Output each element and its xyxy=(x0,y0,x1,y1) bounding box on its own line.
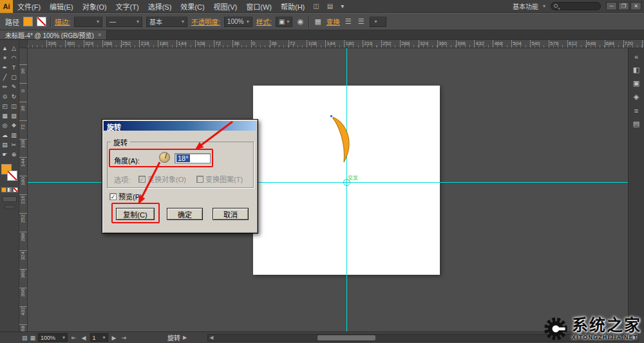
line-segment-tool[interactable]: ╱ xyxy=(1,72,10,82)
menu-item[interactable]: 视图(V) xyxy=(209,0,242,12)
screen-mode-button[interactable] xyxy=(5,205,15,209)
close-button[interactable]: ✕ xyxy=(630,2,641,10)
fill-color-swatch[interactable] xyxy=(23,17,33,26)
transform-pattern-checkbox[interactable]: 变换图案(T) xyxy=(196,174,243,184)
chevron-down-icon: ▾ xyxy=(543,3,545,9)
eyedropper-tool[interactable]: ◎ xyxy=(1,120,10,130)
stroke-swatch[interactable] xyxy=(7,171,17,181)
horizontal-ruler[interactable]: 3963603242882522161801441087236036721081… xyxy=(19,40,644,48)
align-objects-icon[interactable]: ☰ xyxy=(344,17,353,26)
align-panel-icon[interactable]: ▦ xyxy=(313,17,322,26)
menu-item[interactable]: 编辑(E) xyxy=(45,0,78,12)
lasso-tool[interactable]: ◠ xyxy=(10,53,19,62)
blob-brush-tool[interactable]: ⊙ xyxy=(1,91,10,101)
distribute-objects-icon[interactable]: ☰ xyxy=(357,17,366,26)
artboard-tool[interactable]: ▤ xyxy=(1,140,10,149)
column-graph-tool[interactable]: ▥ xyxy=(10,130,19,140)
status-doc-icon[interactable]: ▧ xyxy=(22,335,28,341)
tab-close-icon[interactable]: × xyxy=(98,32,101,38)
stroke-color-swatch[interactable] xyxy=(37,17,46,26)
slice-tool[interactable]: ✂ xyxy=(10,140,19,149)
color-button[interactable] xyxy=(1,187,6,192)
anchor-point[interactable] xyxy=(330,115,333,118)
first-artboard-button[interactable]: ⇤ xyxy=(70,335,78,341)
selection-tool[interactable]: ▲ xyxy=(1,43,10,53)
magic-wand-tool[interactable]: ✶ xyxy=(1,53,10,62)
previous-artboard-button[interactable]: ◀ xyxy=(80,335,88,341)
chevron-down-icon: ▾ xyxy=(337,3,348,10)
symbols-panel-icon[interactable]: ◈ xyxy=(629,90,644,104)
hand-tool[interactable]: ☛ xyxy=(1,149,10,159)
menu-item[interactable]: 选择(S) xyxy=(144,0,176,12)
document-tab[interactable]: 未标题-4* @ 100% (RGB/预览) × xyxy=(0,30,107,39)
scrollbar-thumb[interactable] xyxy=(317,335,375,340)
shape-builder-tool[interactable]: ◫ xyxy=(10,101,19,111)
style-link[interactable]: 样式: xyxy=(256,17,272,26)
scroll-left-icon[interactable]: ◀ xyxy=(209,335,213,340)
chevron-down-icon: ▾ xyxy=(137,19,139,24)
gradient-tool[interactable]: ▧ xyxy=(10,111,19,120)
status-grid-icon[interactable]: ▦ xyxy=(30,335,36,341)
blend-tool[interactable]: ❖ xyxy=(10,120,19,130)
rotate-tool[interactable]: ↻ xyxy=(10,91,19,101)
stroke-panel-link[interactable]: 描边: xyxy=(55,17,70,26)
paintbrush-tool[interactable]: ✏ xyxy=(1,82,10,91)
menu-item[interactable]: 窗口(W) xyxy=(242,0,276,12)
restore-button[interactable]: ❐ xyxy=(618,2,629,10)
color-panel-icon[interactable]: ◧ xyxy=(629,63,644,77)
swatches-panel-icon[interactable]: ▣ xyxy=(629,77,644,90)
transform-object-checkbox[interactable]: ✓ 变换对象(O) xyxy=(138,174,186,184)
ruler-origin-corner[interactable] xyxy=(19,40,28,48)
type-tool[interactable]: T xyxy=(10,62,19,72)
collapse-panels-icon[interactable]: « xyxy=(629,50,644,63)
status-popup-icon[interactable]: ▶ xyxy=(183,335,187,340)
menu-item[interactable]: 文字(T) xyxy=(111,0,144,12)
style-swatch-dropdown[interactable]: ▣▾ xyxy=(276,17,292,27)
width-profile-dropdown[interactable]: —▾ xyxy=(106,17,142,27)
opacity-link[interactable]: 不透明度: xyxy=(191,17,220,26)
preview-checkbox[interactable]: ✓ 预览(P) xyxy=(109,191,142,201)
divider xyxy=(308,16,309,28)
layers-panel-icon[interactable]: ▤ xyxy=(629,117,644,131)
transform-panel-link[interactable]: 变换 xyxy=(327,17,340,26)
artboard-number-dropdown[interactable]: 1 ▾ xyxy=(90,333,108,342)
vertical-ruler[interactable]: 3603672108144180216252288324360396432468 xyxy=(19,48,28,331)
last-artboard-button[interactable]: ⇥ xyxy=(120,335,128,341)
dialog-titlebar[interactable]: 旋转 xyxy=(104,121,256,131)
bridge-icon[interactable]: ◫ xyxy=(309,3,323,10)
chevron-down-icon: ▾ xyxy=(247,19,249,24)
zoom-tool[interactable]: ⊕ xyxy=(10,149,19,159)
recolor-artwork-icon[interactable]: ◉ xyxy=(296,17,305,26)
ruler-tick: 252 xyxy=(381,40,400,48)
arrange-documents-icon[interactable]: ▤ xyxy=(323,3,337,10)
drawing-mode-button[interactable] xyxy=(3,196,17,202)
zoom-level-dropdown[interactable]: 100% ▾ xyxy=(38,333,68,342)
symbol-sprayer-tool[interactable]: ☁ xyxy=(1,130,10,140)
direct-selection-tool[interactable]: △ xyxy=(10,43,19,53)
pencil-tool[interactable]: ✎ xyxy=(10,82,19,91)
menu-item[interactable]: 文件(F) xyxy=(13,0,45,12)
minimize-button[interactable]: ─ xyxy=(606,2,617,10)
none-button[interactable] xyxy=(13,187,18,192)
menu-item[interactable]: 帮助(H) xyxy=(276,0,309,12)
stroke-weight-dropdown[interactable]: ▾ xyxy=(74,17,102,27)
gradient-button[interactable] xyxy=(7,187,12,192)
rectangle-tool[interactable]: ▢ xyxy=(10,72,19,82)
menu-item[interactable]: 效果(C) xyxy=(176,0,209,12)
ok-button[interactable]: 确定 xyxy=(167,208,203,220)
mesh-tool[interactable]: ▦ xyxy=(1,111,10,120)
crescent-shape[interactable] xyxy=(323,114,355,165)
stroke-panel-icon[interactable]: ≡ xyxy=(629,104,644,117)
pen-tool[interactable]: ✒ xyxy=(1,62,10,72)
cancel-button[interactable]: 取消 xyxy=(213,208,249,220)
workspace-switcher[interactable]: 基本功能 ▾ xyxy=(513,1,545,11)
menu-item[interactable]: 对象(O) xyxy=(78,0,111,12)
brush-definition-dropdown[interactable]: 基本▾ xyxy=(146,17,187,27)
search-input[interactable] xyxy=(551,2,601,10)
opacity-dropdown[interactable]: 100%▾ xyxy=(224,17,252,27)
vertical-guide[interactable] xyxy=(346,48,347,331)
more-options-dropdown[interactable]: ▾ xyxy=(370,17,386,27)
next-artboard-button[interactable]: ▶ xyxy=(111,335,118,341)
ruler-tick: 324 xyxy=(84,40,102,48)
scale-tool[interactable]: ◰ xyxy=(1,101,10,111)
